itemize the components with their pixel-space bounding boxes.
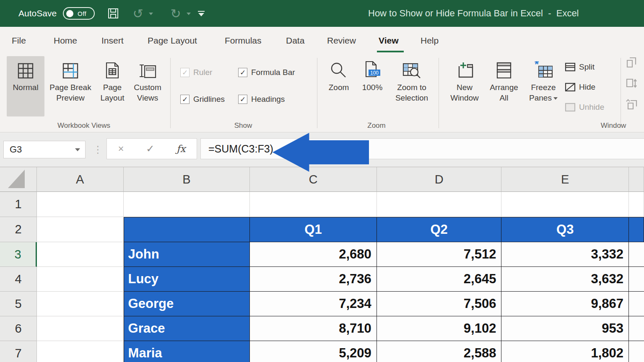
cell-e6[interactable]: 953 — [501, 316, 629, 341]
tab-data[interactable]: Data — [286, 27, 304, 54]
cell-c6[interactable]: 8,710 — [250, 316, 377, 341]
cell-d6[interactable]: 9,102 — [377, 316, 502, 341]
name-box-dropdown-icon[interactable] — [75, 148, 80, 151]
column-header-d[interactable]: D — [377, 167, 502, 192]
cell-f6-partial[interactable] — [629, 316, 644, 341]
reset-window-position-icon[interactable] — [626, 99, 638, 110]
select-all-corner[interactable] — [0, 167, 37, 192]
cell-e4[interactable]: 3,632 — [501, 267, 629, 292]
undo-icon[interactable]: ↺ — [131, 0, 145, 27]
cancel-icon[interactable]: × — [118, 143, 124, 155]
cell-f1[interactable] — [629, 192, 644, 217]
cell-f5-partial[interactable] — [629, 292, 644, 316]
custom-views-button[interactable]: Custom Views — [128, 56, 167, 116]
row-header-1[interactable]: 1 — [0, 192, 37, 217]
cell-f3-partial[interactable] — [629, 242, 644, 267]
cell-a3[interactable] — [37, 242, 124, 267]
cell-c3[interactable]: 2,680 — [250, 242, 377, 267]
split-button[interactable]: Split — [564, 60, 595, 74]
gridlines-checkbox[interactable]: ✓ Gridlines — [180, 95, 225, 104]
cell-a6[interactable] — [37, 316, 124, 341]
cell-b7-name[interactable]: Maria — [124, 341, 250, 362]
cell-e2-q3[interactable]: Q3 — [501, 217, 629, 242]
cell-d7[interactable]: 2,588 — [377, 341, 502, 362]
row-header-5[interactable]: 5 — [0, 292, 37, 316]
row-header-4[interactable]: 4 — [0, 267, 37, 292]
cell-b2[interactable] — [124, 217, 250, 242]
insert-function-icon[interactable]: ƒx — [177, 143, 185, 154]
cell-e3[interactable]: 3,332 — [501, 242, 629, 267]
undo-dropdown-icon[interactable] — [149, 13, 153, 15]
cell-d2-q2[interactable]: Q2 — [377, 217, 502, 242]
cell-f2-partial[interactable] — [629, 217, 644, 242]
tab-formulas[interactable]: Formulas — [225, 27, 262, 54]
cell-d4[interactable]: 2,645 — [377, 267, 502, 292]
cell-a7[interactable] — [37, 341, 124, 362]
cell-f4-partial[interactable] — [629, 267, 644, 292]
cell-c7[interactable]: 5,209 — [250, 341, 377, 362]
freeze-panes-label-wrap: Arrange All — [490, 83, 518, 102]
cell-c4[interactable]: 2,736 — [250, 267, 377, 292]
headings-checkbox[interactable]: ✓ Headings — [238, 95, 285, 104]
zoom-to-selection-button[interactable]: Zoom to Selection — [390, 56, 434, 116]
enter-icon[interactable]: ✓ — [146, 143, 154, 155]
cell-b4-name[interactable]: Lucy — [124, 267, 250, 292]
normal-view-button[interactable]: Normal — [7, 56, 44, 116]
cell-a4[interactable] — [37, 267, 124, 292]
unhide-button[interactable]: Unhide — [564, 101, 604, 114]
view-side-by-side-icon[interactable] — [626, 57, 638, 68]
ruler-checkbox[interactable]: ✓ Ruler — [180, 68, 212, 77]
redo-dropdown-icon[interactable] — [187, 13, 191, 15]
cell-e1[interactable] — [501, 192, 629, 217]
cell-e7[interactable]: 1,802 — [501, 341, 629, 362]
name-box[interactable]: G3 — [3, 141, 86, 158]
column-header-e[interactable]: E — [501, 167, 629, 192]
cell-a1[interactable] — [37, 192, 124, 217]
cell-b5-name[interactable]: George — [124, 292, 250, 316]
zoom-100-button[interactable]: 100 100% — [356, 56, 388, 116]
cell-c5[interactable]: 7,234 — [250, 292, 377, 316]
cell-d1[interactable] — [377, 192, 502, 217]
new-window-button[interactable]: New Window — [446, 56, 483, 116]
cell-e5[interactable]: 9,867 — [501, 292, 629, 316]
tab-home[interactable]: Home — [54, 27, 77, 54]
hide-button[interactable]: Hide — [564, 80, 595, 94]
customize-quick-access-toolbar-icon[interactable] — [198, 11, 205, 16]
tab-insert[interactable]: Insert — [101, 27, 124, 54]
save-icon[interactable] — [106, 0, 121, 27]
freeze-panes-button[interactable]: * Freeze Panes — [524, 56, 563, 116]
row-header-3-active[interactable]: 3 — [0, 242, 37, 267]
cell-c1[interactable] — [250, 192, 377, 217]
cell-b1[interactable] — [124, 192, 250, 217]
redo-icon[interactable]: ↻ — [169, 0, 183, 27]
cell-d3[interactable]: 7,512 — [377, 242, 502, 267]
row-header-6[interactable]: 6 — [0, 316, 37, 341]
page-layout-view-icon — [104, 59, 121, 80]
arrange-all-button[interactable]: Arrange All — [485, 56, 523, 116]
row-header-7[interactable]: 7 — [0, 341, 37, 362]
page-break-preview-button[interactable]: Page Break Preview — [47, 56, 94, 116]
zoom-button[interactable]: Zoom — [324, 56, 354, 116]
cell-f7-partial[interactable] — [629, 341, 644, 362]
column-header-f-partial[interactable] — [629, 167, 644, 192]
formula-bar-input[interactable]: =SUM(C3:F3) — [200, 138, 644, 159]
row-header-2[interactable]: 2 — [0, 217, 37, 242]
cell-b6-name[interactable]: Grace — [124, 316, 250, 341]
tab-review[interactable]: Review — [327, 27, 356, 54]
column-header-c[interactable]: C — [250, 167, 377, 192]
tab-page-layout[interactable]: Page Layout — [148, 27, 197, 54]
tab-file[interactable]: File — [12, 27, 26, 54]
cell-b3-name[interactable]: John — [124, 242, 250, 267]
autosave-toggle[interactable]: Off — [63, 7, 95, 20]
page-layout-view-button[interactable]: Page Layout — [96, 56, 128, 116]
cell-a5[interactable] — [37, 292, 124, 316]
cell-a2[interactable] — [37, 217, 124, 242]
formula-bar-checkbox[interactable]: ✓ Formula Bar — [238, 68, 295, 77]
column-header-b[interactable]: B — [124, 167, 250, 192]
tab-help[interactable]: Help — [421, 27, 439, 54]
title-bar: AutoSave Off ↺ ↻ How to Show or Hide For… — [0, 0, 644, 27]
cell-c2-q1[interactable]: Q1 — [250, 217, 377, 242]
synchronous-scrolling-icon[interactable] — [626, 78, 638, 89]
cell-d5[interactable]: 7,506 — [377, 292, 502, 316]
column-header-a[interactable]: A — [37, 167, 124, 192]
